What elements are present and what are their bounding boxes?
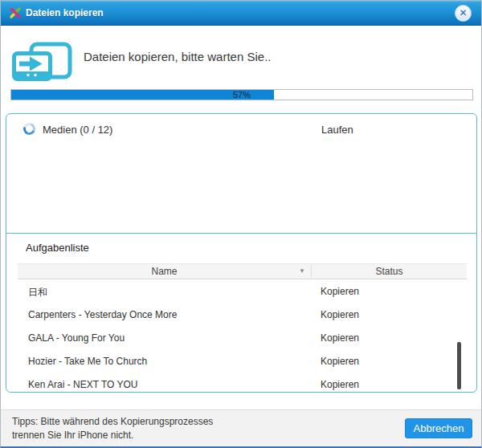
footer-bar: Tipps: Bitte während des Kopierungsproze… — [1, 409, 481, 446]
row-status: Kopieren — [321, 286, 359, 297]
task-list-title: Aufgabenliste — [26, 242, 89, 254]
status-message: Dateien kopieren, bitte warten Sie.. — [84, 50, 271, 63]
cancel-button[interactable]: Abbrechen — [405, 418, 472, 438]
table-row[interactable]: GALA - Young For You Kopieren — [18, 327, 467, 350]
row-name: GALA - Young For You — [28, 332, 125, 344]
copy-status-panel: Medien (0 / 12) Laufen Aufgabenliste Nam… — [6, 113, 477, 393]
row-status: Kopieren — [321, 379, 359, 390]
table-row[interactable]: Carpenters - Yesterday Once More Kopiere… — [18, 303, 467, 327]
table-row[interactable]: 日和 Kopieren — [18, 280, 467, 303]
app-logo-icon — [9, 6, 22, 19]
table-header: Name ▼ Status — [18, 263, 467, 279]
close-icon[interactable]: ✕ — [455, 5, 472, 22]
current-task-status: Laufen — [321, 124, 353, 136]
table-row[interactable]: Ken Arai - NEXT TO YOU Kopieren — [18, 373, 467, 397]
tips-line-1: Tipps: Bitte während des Kopierungsproze… — [12, 415, 213, 429]
column-header-name[interactable]: Name — [18, 264, 311, 279]
row-status: Kopieren — [321, 356, 359, 367]
progress-bar: 57% — [10, 89, 473, 100]
table-row[interactable]: Hozier - Take Me To Church Kopieren — [18, 350, 467, 373]
window-title: Dateien kopieren — [26, 1, 104, 26]
task-table-body: 日和 Kopieren Carpenters - Yesterday Once … — [18, 280, 467, 397]
sort-arrow-icon[interactable]: ▼ — [299, 264, 305, 279]
current-task-label: Medien (0 / 12) — [43, 124, 112, 136]
row-name: 日和 — [28, 286, 47, 299]
column-header-status: Status — [312, 264, 467, 279]
row-status: Kopieren — [321, 309, 359, 320]
row-name: Hozier - Take Me To Church — [28, 356, 147, 367]
title-bar: Dateien kopieren ✕ — [1, 1, 481, 26]
scrollbar-thumb[interactable] — [457, 342, 461, 389]
row-name: Ken Arai - NEXT TO YOU — [28, 379, 138, 390]
row-status: Kopieren — [321, 332, 359, 344]
progress-percent-label: 57% — [11, 90, 472, 100]
copy-devices-icon — [11, 42, 74, 82]
tips-line-2: trennen Sie Ihr iPhone nicht. — [12, 429, 213, 442]
tips-text: Tipps: Bitte während des Kopierungsproze… — [12, 415, 213, 442]
panel-divider — [6, 233, 476, 234]
dialog-window: Dateien kopieren ✕ Dateien kopieren, bit… — [0, 0, 482, 448]
row-name: Carpenters - Yesterday Once More — [28, 309, 177, 320]
loading-spinner-icon — [22, 121, 38, 137]
